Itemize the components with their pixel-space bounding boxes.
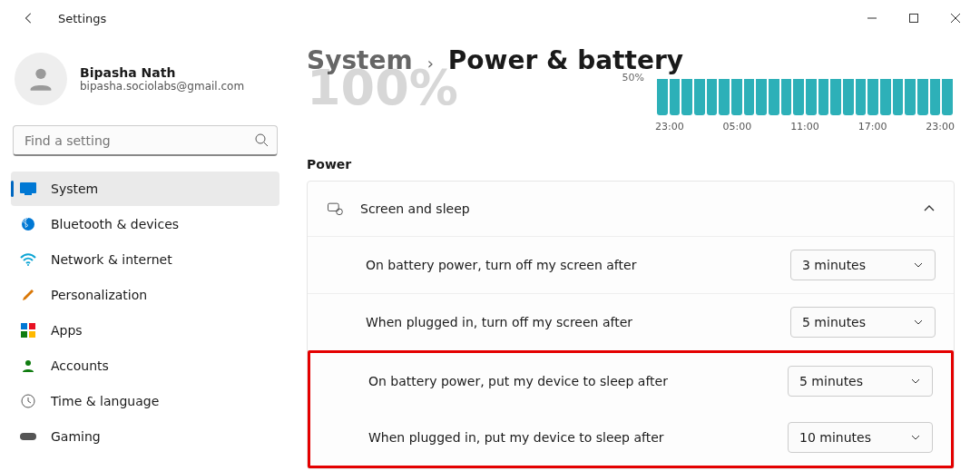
svg-rect-15 [20,433,36,440]
sidebar-item-label: Gaming [51,429,101,444]
search-input[interactable] [13,125,278,156]
chart-bar [843,79,854,115]
sidebar-item-label: Bluetooth & devices [51,217,179,231]
chevron-down-icon [913,260,924,270]
chart-bar [694,79,705,115]
sidebar: Bipasha Nath bipasha.sociolabs@gmail.com… [0,36,290,471]
section-title-power: Power [307,157,955,172]
chart-bar [806,79,817,115]
nav-list: System Bluetooth & devices Network & int… [7,171,283,471]
sidebar-item-label: Personalization [51,288,147,302]
battery-chart[interactable]: 23:00 05:00 11:00 17:00 23:00 [655,77,955,132]
minimize-icon [867,14,877,23]
chart-tick: 17:00 [858,121,887,132]
screen-off-plugged-dropdown[interactable]: 5 minutes [790,307,936,338]
chevron-down-icon [910,376,921,387]
setting-label: When plugged in, put my device to sleep … [368,430,788,445]
svg-rect-5 [20,182,36,193]
setting-label: On battery power, put my device to sleep… [368,374,788,388]
close-button[interactable] [935,4,976,33]
minimize-button[interactable] [851,4,893,33]
svg-point-7 [22,218,34,231]
profile-block[interactable]: Bipasha Nath bipasha.sociolabs@gmail.com [7,45,283,122]
apps-icon [20,322,36,339]
chart-bar [781,79,792,115]
page-title: Power & battery [448,45,683,75]
sidebar-item-gaming[interactable]: Gaming [11,419,279,454]
gaming-icon [20,428,36,445]
screen-sleep-header[interactable]: Screen and sleep [308,182,954,236]
chart-bar [670,79,681,115]
svg-point-17 [337,209,343,215]
brush-icon [20,287,36,303]
screen-off-battery-dropdown[interactable]: 3 minutes [790,250,936,280]
chart-bar [793,79,804,115]
wifi-icon [20,251,36,268]
chart-ticks: 23:00 05:00 11:00 17:00 23:00 [655,121,955,132]
window-controls [851,4,976,33]
chart-bar [930,79,941,115]
sidebar-item-personalization[interactable]: Personalization [11,278,279,312]
svg-point-8 [27,264,29,266]
chart-bar [756,79,767,115]
sidebar-item-apps[interactable]: Apps [11,313,279,348]
search-wrap [13,125,278,156]
chart-y-label: 50% [622,72,644,83]
profile-email: bipasha.sociolabs@gmail.com [80,80,244,93]
account-icon [20,358,36,374]
bluetooth-icon [20,216,36,232]
chart-bar [719,79,730,115]
svg-rect-11 [21,331,27,338]
dropdown-value: 5 minutes [802,315,904,329]
sidebar-item-accounts[interactable]: Accounts [11,348,279,383]
chart-bar [657,79,668,115]
chart-tick: 11:00 [790,121,819,132]
dropdown-value: 3 minutes [802,258,904,272]
maximize-button[interactable] [893,4,935,33]
sleep-battery-dropdown[interactable]: 5 minutes [788,366,933,397]
clock-icon [20,393,36,409]
chart-bar [707,79,718,115]
chart-bar [744,79,755,115]
battery-summary: 100% 50% [307,77,955,141]
screen-sleep-icon [326,200,344,218]
chart-bars [655,77,955,115]
svg-rect-12 [29,331,35,338]
sleep-plugged-dropdown[interactable]: 10 minutes [788,422,933,453]
sidebar-item-bluetooth[interactable]: Bluetooth & devices [11,207,279,241]
chart-bar [880,79,891,115]
sidebar-item-system[interactable]: System [11,172,279,206]
chevron-up-icon [923,202,936,215]
chart-tick: 23:00 [655,121,684,132]
sidebar-item-label: System [51,182,98,196]
battery-big-percent: 100% [307,59,458,116]
svg-point-13 [25,360,31,366]
sleep-highlight-box: On battery power, put my device to sleep… [308,350,954,468]
svg-rect-1 [910,15,918,23]
person-icon [25,64,56,94]
sidebar-item-network[interactable]: Network & internet [11,242,279,277]
chart-bar [681,79,692,115]
chevron-down-icon [910,432,921,443]
maximize-icon [909,14,918,23]
svg-point-2 [35,69,45,79]
sidebar-item-label: Time & language [51,394,159,408]
chart-tick: 23:00 [926,121,955,132]
setting-label: When plugged in, turn off my screen afte… [366,315,790,329]
screen-sleep-card: Screen and sleep On battery power, turn … [307,181,955,469]
titlebar: Settings [0,0,980,36]
card-title: Screen and sleep [360,201,906,216]
system-icon [20,181,36,197]
chart-bar [818,79,829,115]
sleep-plugged-row: When plugged in, put my device to sleep … [310,409,951,466]
chart-bar [917,79,928,115]
sidebar-item-label: Network & internet [51,252,172,267]
svg-rect-9 [21,323,27,329]
screen-off-plugged-row: When plugged in, turn off my screen afte… [308,293,954,350]
app-shell: Bipasha Nath bipasha.sociolabs@gmail.com… [0,36,980,471]
chart-bar [769,79,779,115]
sleep-battery-row: On battery power, put my device to sleep… [310,353,951,409]
sidebar-item-time-language[interactable]: Time & language [11,384,279,418]
sidebar-item-label: Accounts [51,358,109,373]
back-button[interactable] [16,5,42,31]
